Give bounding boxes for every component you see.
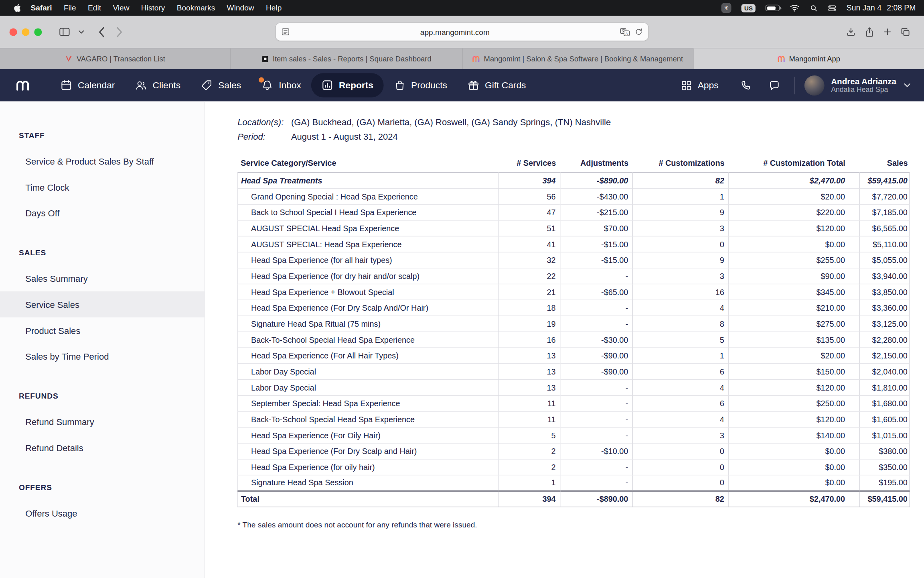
address-bar[interactable]: app.mangomint.com A (276, 23, 648, 41)
browser-toolbar: app.mangomint.com A (0, 16, 924, 48)
category-row[interactable]: Head Spa Treatments 394 -$890.00 82 $2,4… (238, 173, 910, 189)
translate-icon[interactable]: A (620, 27, 630, 36)
table-row[interactable]: AUGUST SPECIAL: Head Spa Experience41-$1… (238, 236, 910, 252)
nav-reports[interactable]: Reports (311, 73, 383, 97)
sidebar-section-offers: OFFERSOffers Usage (0, 475, 205, 526)
table-row[interactable]: Head Spa Experience + Blowout Special21-… (238, 284, 910, 300)
control-center-icon[interactable] (828, 4, 837, 12)
nav-calendar[interactable]: Calendar (50, 73, 125, 97)
menubar-item-window[interactable]: Window (221, 4, 260, 12)
forward-button[interactable] (116, 26, 123, 37)
table-row[interactable]: Head Spa Experience (for oily hair)2-0$0… (238, 459, 910, 475)
table-row[interactable]: Back to School Special I Head Spa Experi… (238, 204, 910, 220)
sidebar-item-refund-summary[interactable]: Refund Summary (0, 409, 205, 435)
col-services: # Services (498, 157, 560, 173)
table-row[interactable]: Head Spa Experience (For Dry Scalp and H… (238, 443, 910, 459)
nav-inbox[interactable]: Inbox (251, 73, 311, 97)
tab-mangomint-site[interactable]: Mangomint | Salon & Spa Software | Booki… (462, 48, 693, 69)
nav-sales[interactable]: Sales (190, 73, 251, 97)
menubar-item-bookmarks[interactable]: Bookmarks (171, 4, 221, 12)
table-row[interactable]: Head Spa Experience (for all hair types)… (238, 252, 910, 268)
mangomint-logo[interactable] (15, 78, 30, 93)
col-customizations: # Customizations (632, 157, 729, 173)
period-label: Period: (237, 132, 291, 142)
reports-sidebar: STAFFService & Product Sales By StaffTim… (0, 102, 205, 578)
back-button[interactable] (98, 26, 105, 37)
table-row[interactable]: September Special: Head Spa Experience11… (238, 395, 910, 411)
menu-extra-icon[interactable]: ✳ (721, 3, 731, 13)
chat-bubble-icon[interactable] (768, 79, 780, 91)
col-adjustments: Adjustments (560, 157, 633, 173)
reload-icon[interactable] (635, 28, 643, 36)
sidebar-item-refund-details[interactable]: Refund Details (0, 435, 205, 461)
nav-clients[interactable]: Clients (125, 73, 190, 97)
search-icon[interactable] (810, 4, 819, 12)
table-row[interactable]: Labor Day Special13-$90.006$150.00$2,040… (238, 364, 910, 380)
keyboard-layout-badge[interactable]: US (741, 4, 756, 12)
menubar-item-file[interactable]: File (58, 4, 82, 12)
table-row[interactable]: Head Spa Experience (for dry hair and/or… (238, 268, 910, 284)
sidebar-section-refunds: REFUNDSRefund SummaryRefund Details (0, 383, 205, 460)
phone-icon[interactable] (740, 79, 752, 91)
service-sales-table: Service Category/Service # Services Adju… (237, 157, 910, 507)
page-format-icon[interactable] (281, 28, 290, 36)
macos-menubar: SafariFileEditViewHistoryBookmarksWindow… (0, 0, 924, 16)
nav-apps[interactable]: Apps (671, 73, 729, 97)
report-footnote: * The sales amount does not account for … (237, 520, 910, 529)
zoom-window-button[interactable] (34, 28, 42, 36)
sidebar-header-refunds: REFUNDS (0, 383, 205, 409)
tab-mangomint-app[interactable]: Mangomint App (693, 48, 924, 69)
url-text[interactable]: app.mangomint.com (290, 27, 620, 36)
nav-gift-cards[interactable]: Gift Cards (457, 73, 536, 97)
menubar-item-help[interactable]: Help (260, 4, 288, 12)
battery-icon (766, 5, 780, 11)
table-row[interactable]: Grand Opening Special : Head Spa Experie… (238, 188, 910, 204)
table-row[interactable]: Signature Head Spa Session1-0$0.00$195.0… (238, 475, 910, 491)
minimize-window-button[interactable] (22, 28, 29, 36)
table-row[interactable]: Head Spa Experience (For All Hair Types)… (238, 348, 910, 364)
sidebar-item-offers-usage[interactable]: Offers Usage (0, 500, 205, 526)
chevron-down-icon[interactable] (904, 83, 911, 88)
mangomint-favicon (777, 55, 785, 63)
sidebar-item-product-sales[interactable]: Product Sales (0, 317, 205, 344)
menubar-item-edit[interactable]: Edit (82, 4, 107, 12)
table-row[interactable]: Head Spa Experience (For Oily Hair)5-3$1… (238, 427, 910, 444)
wifi-icon[interactable] (790, 4, 800, 12)
table-row[interactable]: Head Spa Experience (For Dry Scalp And/O… (238, 300, 910, 316)
menubar-item-view[interactable]: View (107, 4, 135, 12)
sidebar-header-sales: SALES (0, 240, 205, 265)
sidebar-toggle-icon[interactable] (59, 27, 70, 37)
sidebar-header-offers: OFFERS (0, 475, 205, 500)
table-row[interactable]: Labor Day Special13-4$120.00$1,810.00 (238, 380, 910, 396)
report-period: Period: August 1 - August 31, 2024 (237, 132, 910, 142)
sidebar-item-days-off[interactable]: Days Off (0, 200, 205, 226)
nav-products[interactable]: Products (383, 73, 457, 97)
tab-overview-icon[interactable] (900, 27, 910, 37)
sidebar-item-sales-summary[interactable]: Sales Summary (0, 265, 205, 291)
clients-icon (135, 79, 147, 92)
apple-logo-icon[interactable] (14, 4, 21, 12)
sidebar-item-service-product-sales-by-staff[interactable]: Service & Product Sales By Staff (0, 148, 205, 174)
table-row[interactable]: Back-To-School Special Head Spa Experien… (238, 411, 910, 427)
table-row[interactable]: Back-To-School Special Head Spa Experien… (238, 332, 910, 348)
sidebar-chevron-icon[interactable] (78, 30, 84, 34)
user-avatar[interactable] (804, 75, 825, 95)
tab-square-dashboard[interactable]: Item sales - Sales - Reports | Square Da… (231, 48, 462, 69)
menubar-item-history[interactable]: History (135, 4, 171, 12)
share-icon[interactable] (865, 26, 875, 37)
new-tab-icon[interactable] (883, 27, 892, 37)
tab-vagaro[interactable]: VAGARO | Transaction List (0, 48, 231, 69)
close-window-button[interactable] (10, 28, 17, 36)
locations-value: (GA) Buckhead, (GA) Marietta, (GA) Roswe… (291, 117, 611, 127)
table-row[interactable]: AUGUST SPECIAL Head Spa Experience51$70.… (238, 220, 910, 236)
menubar-clock[interactable]: Sun Jan 42:08 PM (847, 4, 916, 12)
sidebar-item-sales-by-time-period[interactable]: Sales by Time Period (0, 343, 205, 369)
table-header-row: Service Category/Service # Services Adju… (238, 157, 910, 173)
sidebar-item-time-clock[interactable]: Time Clock (0, 174, 205, 200)
downloads-icon[interactable] (846, 26, 856, 37)
user-info[interactable]: Andrea Adrianza Andalia Head Spa (831, 76, 896, 94)
menubar-item-safari[interactable]: Safari (25, 4, 58, 12)
col-customization-total: # Customization Total (729, 157, 859, 173)
table-row[interactable]: Signature Head Spa Ritual (75 mins)19-8$… (238, 316, 910, 332)
sidebar-item-service-sales[interactable]: Service Sales (0, 291, 205, 317)
